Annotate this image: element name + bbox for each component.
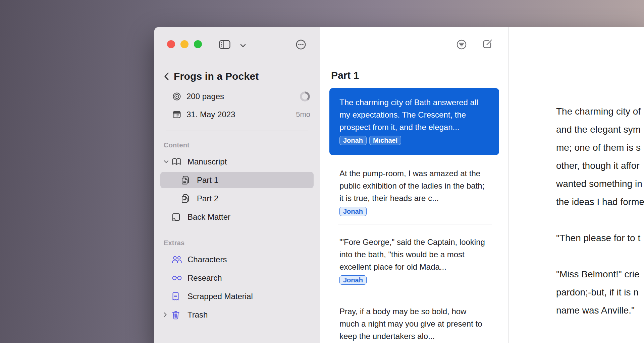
sidebar-item-label: Trash	[187, 310, 208, 320]
sheet-excerpt: Pray, if a body may be so bold, how much…	[339, 305, 485, 342]
goal-row[interactable]: 200 pages	[164, 87, 310, 106]
filter-circle-icon[interactable]	[456, 39, 467, 51]
project-title: Frogs in a Pocket	[174, 71, 259, 82]
target-icon	[172, 92, 181, 101]
sidebar-item-label: Scrapped Material	[187, 292, 253, 301]
close-button[interactable]	[167, 40, 175, 48]
page-curl-icon	[172, 213, 183, 221]
editor-paragraph: "Then please for to t	[556, 229, 644, 247]
sidebar-toggle-icon[interactable]	[219, 40, 230, 51]
trash-icon	[172, 310, 183, 320]
sidebar-item-label: Manuscript	[187, 157, 227, 166]
keyword-tag[interactable]: Michael	[369, 136, 401, 145]
sheet-card[interactable]: At the pump-room, I was amazed at the pu…	[320, 155, 508, 216]
deadline-row[interactable]: 31. May 2023 5mo	[164, 106, 310, 124]
editor-paragraph: "'Fore George," said t	[556, 338, 644, 343]
chevron-left-icon[interactable]	[164, 72, 169, 81]
sheet-card-selected[interactable]: The charming city of Bath answered all m…	[329, 88, 499, 155]
section-header-extras: Extras	[164, 239, 310, 247]
sidebar-item-part-1[interactable]: Part 1	[164, 171, 310, 189]
sheet-card[interactable]: Pray, if a body may be so bold, how much…	[320, 293, 508, 342]
sidebar-item-back-matter[interactable]: Back Matter	[164, 208, 310, 226]
stacked-pages-icon	[181, 194, 193, 203]
sheet-excerpt: The charming city of Bath answered all m…	[339, 96, 490, 133]
open-book-icon	[172, 158, 183, 166]
traffic-lights	[167, 40, 202, 48]
progress-ring	[300, 91, 310, 102]
compose-icon[interactable]	[482, 39, 493, 51]
sheet-card[interactable]: "'Fore George," said the Captain, lookin…	[320, 224, 508, 285]
section-header-content: Content	[164, 141, 310, 149]
group-title: Part 1	[331, 69, 508, 82]
sidebar-divider	[166, 131, 308, 131]
chevron-down-icon[interactable]	[240, 43, 246, 49]
torn-page-icon	[172, 292, 183, 301]
chevron-right-icon[interactable]	[164, 312, 172, 317]
project-header[interactable]: Frogs in a Pocket	[164, 69, 310, 84]
sidebar-item-scrapped-material[interactable]: Scrapped Material	[164, 287, 310, 305]
deadline-remaining: 5mo	[296, 110, 310, 119]
app-window: Frogs in a Pocket 200 pages	[154, 27, 644, 343]
sidebar-item-manuscript[interactable]: Manuscript	[164, 152, 310, 171]
editor-paragraph: The charming city of and the elegant sym…	[556, 102, 644, 211]
sidebar: Frogs in a Pocket 200 pages	[154, 27, 320, 343]
sidebar-item-trash[interactable]: Trash	[164, 305, 310, 324]
sheet-list-column: Part 1 The charming city of Bath answere…	[320, 27, 508, 343]
circled-ellipsis-icon[interactable]	[296, 39, 306, 51]
sidebar-item-part-2[interactable]: Part 2	[164, 189, 310, 208]
sidebar-item-label: Characters	[187, 255, 227, 264]
sidebar-item-label: Research	[187, 273, 222, 283]
minimize-button[interactable]	[180, 40, 189, 48]
sidebar-item-label: Back Matter	[187, 212, 230, 222]
goal-label: 200 pages	[186, 92, 224, 101]
sheet-excerpt: At the pump-room, I was amazed at the pu…	[339, 167, 485, 204]
editor-pane[interactable]: The charming city of and the elegant sym…	[508, 27, 644, 343]
calendar-icon	[172, 110, 181, 119]
sidebar-item-characters[interactable]: Characters	[164, 250, 310, 269]
keyword-tag[interactable]: Jonah	[339, 275, 367, 285]
sidebar-item-label: Part 2	[197, 194, 218, 203]
glasses-icon	[172, 275, 183, 281]
sheet-excerpt: "'Fore George," said the Captain, lookin…	[339, 236, 485, 273]
chevron-down-icon[interactable]	[164, 160, 172, 163]
sidebar-item-label: Part 1	[197, 176, 218, 185]
deadline-label: 31. May 2023	[186, 110, 235, 119]
keyword-tag[interactable]: Jonah	[339, 136, 367, 145]
keyword-tag[interactable]: Jonah	[339, 207, 367, 216]
editor-paragraph: "Miss Belmont!" crie pardon;-but, if it …	[556, 265, 644, 320]
zoom-button[interactable]	[194, 40, 202, 48]
stacked-pages-icon	[181, 176, 193, 185]
sidebar-item-research[interactable]: Research	[164, 269, 310, 287]
people-icon	[172, 256, 183, 264]
